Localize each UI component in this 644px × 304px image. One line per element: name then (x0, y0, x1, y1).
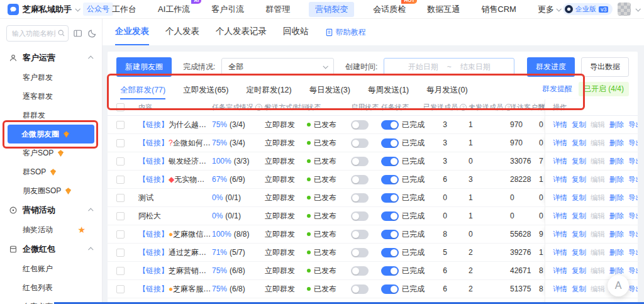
account-chevron-down-icon[interactable] (636, 6, 641, 11)
sidebar-section-营销活动[interactable]: 营销活动 (0, 200, 102, 220)
enable-toggle[interactable] (351, 230, 369, 239)
action-删除[interactable]: 删除 (609, 248, 624, 257)
task-toggle[interactable] (381, 230, 399, 239)
action-复制[interactable]: 复制 (572, 157, 586, 166)
action-导出[interactable]: 导出 (628, 266, 638, 276)
action-复制[interactable]: 复制 (572, 138, 586, 148)
row-checkbox[interactable] (116, 285, 125, 293)
action-复制[interactable]: 复制 (572, 120, 586, 130)
info-icon[interactable] (505, 104, 512, 111)
content-cell[interactable]: 【链接】银发经济的风口... (138, 156, 212, 167)
page-tab-企业发表[interactable]: 企业发表 (115, 19, 149, 45)
help-tutorial-link[interactable]: 帮助教程 (325, 27, 366, 38)
action-导出[interactable]: 导出 (628, 157, 638, 166)
nav-item-营销裂变[interactable]: 营销裂变 (309, 2, 354, 17)
row-checkbox[interactable] (116, 121, 125, 129)
enable-toggle[interactable] (351, 157, 369, 166)
action-复制[interactable]: 复制 (572, 266, 586, 276)
sidebar-item-群SOP[interactable]: 群SOP (0, 162, 102, 181)
action-详情[interactable]: 详情 (553, 120, 567, 130)
action-复制[interactable]: 复制 (572, 193, 586, 203)
subtab-定时群发(12)[interactable]: 定时群发(12) (246, 82, 291, 99)
export-data-button[interactable]: 导出数据 (581, 57, 629, 77)
action-复制[interactable]: 复制 (572, 211, 586, 221)
action-复制[interactable]: 复制 (572, 284, 586, 294)
action-删除[interactable]: 删除 (609, 193, 624, 203)
nav-item-客户引流[interactable]: 客户引流 (209, 2, 247, 17)
page-tab-个人发表记录[interactable]: 个人发表记录 (216, 19, 267, 45)
action-详情[interactable]: 详情 (553, 138, 567, 148)
enable-toggle[interactable] (351, 266, 369, 276)
page-tab-回收站[interactable]: 回收站 (283, 19, 309, 45)
action-删除[interactable]: 删除 (609, 211, 624, 221)
action-导出[interactable]: 导出 (628, 211, 638, 221)
sidebar-item-客户群发[interactable]: 客户群发 (0, 68, 102, 87)
action-复制[interactable]: 复制 (572, 175, 586, 184)
row-checkbox[interactable] (116, 249, 125, 257)
action-删除[interactable]: 删除 (609, 157, 624, 166)
enable-toggle[interactable] (351, 175, 369, 184)
subtab-立即发送(65)[interactable]: 立即发送(65) (183, 82, 228, 99)
brand-chevron-down-icon[interactable] (75, 6, 80, 11)
enable-toggle[interactable] (351, 193, 369, 203)
action-详情[interactable]: 详情 (553, 193, 567, 203)
sidebar-item-红包账户[interactable]: 红包账户 (0, 259, 102, 278)
nav-item-AI工作流[interactable]: AI工作流AI (155, 2, 192, 17)
row-checkbox[interactable] (116, 194, 125, 202)
subtab-每日发送(3)[interactable]: 每日发送(3) (309, 82, 350, 99)
enable-toggle[interactable] (351, 248, 369, 257)
action-详情[interactable]: 详情 (553, 230, 567, 239)
action-详情[interactable]: 详情 (553, 211, 567, 221)
sidebar-item-企微朋友圈[interactable]: 企微朋友圈 (8, 125, 94, 144)
subtab-全部群发(77)[interactable]: 全部群发(77) (120, 82, 165, 99)
action-导出[interactable]: 导出 (628, 120, 638, 130)
sidebar-item-抽奖活动[interactable]: 抽奖活动 (0, 220, 102, 239)
sidebar-item-红包列表[interactable]: 红包列表 (0, 278, 102, 297)
action-复制[interactable]: 复制 (572, 248, 586, 257)
content-cell[interactable]: 【链接】?企微如何根据... (138, 138, 212, 149)
row-checkbox[interactable] (116, 267, 125, 275)
content-cell[interactable]: 【链接】通过芝麻推客助... (138, 247, 212, 258)
sidebar-item-朋友圈SOP[interactable]: 朋友圈SOP (0, 181, 102, 200)
content-cell[interactable]: 【链接】●芝麻客服系统... (138, 284, 212, 295)
nav-item-更多[interactable]: 更多 (535, 2, 563, 17)
action-导出[interactable]: 导出 (628, 248, 638, 257)
enable-toggle[interactable] (351, 211, 369, 221)
content-cell[interactable]: 【链接】芝麻营销留资机... (138, 266, 212, 276)
enable-toggle[interactable] (351, 138, 369, 148)
row-checkbox[interactable] (116, 212, 125, 220)
content-cell[interactable]: 测试 (138, 193, 212, 203)
task-toggle[interactable] (381, 175, 399, 184)
content-cell[interactable]: 【链接】为什么越来越多... (138, 120, 212, 130)
dark-mode-moon-icon[interactable] (87, 28, 97, 38)
select-all-checkbox[interactable] (116, 103, 125, 111)
action-导出[interactable]: 导出 (628, 175, 638, 184)
channel-tag[interactable]: 公众号 (83, 3, 113, 16)
content-cell[interactable]: 【链接】◆无实物交付产... (138, 174, 212, 185)
nav-item-群管理[interactable]: 群管理 (263, 2, 292, 17)
info-icon[interactable] (460, 104, 467, 111)
action-详情[interactable]: 详情 (553, 248, 567, 257)
nav-item-会话质检[interactable]: 会话质检HOT (370, 2, 408, 17)
task-toggle[interactable] (381, 157, 399, 166)
action-导出[interactable]: 导出 (628, 193, 638, 203)
info-icon[interactable] (255, 104, 262, 111)
send-reminder-link[interactable]: 群发提醒 (542, 84, 572, 94)
nav-item-工作台[interactable]: 工作台 (109, 2, 139, 17)
task-toggle[interactable] (381, 138, 399, 148)
subtab-每周发送(1)[interactable]: 每周发送(1) (368, 82, 409, 99)
enable-toggle[interactable] (351, 120, 369, 130)
action-导出[interactable]: 导出 (628, 230, 638, 239)
action-复制[interactable]: 复制 (572, 230, 586, 239)
enable-toggle[interactable] (351, 284, 369, 294)
collapse-panel-icon[interactable] (73, 28, 82, 38)
task-toggle[interactable] (381, 211, 399, 221)
user-avatar[interactable] (618, 3, 631, 16)
row-checkbox[interactable] (116, 139, 125, 147)
content-cell[interactable]: 【链接】●芝麻微信小店... (138, 229, 212, 240)
row-checkbox[interactable] (116, 230, 125, 239)
action-详情[interactable]: 详情 (553, 157, 567, 166)
send-progress-button[interactable]: 群发进度 (527, 57, 575, 77)
task-toggle[interactable] (381, 193, 399, 203)
action-删除[interactable]: 删除 (609, 138, 624, 148)
